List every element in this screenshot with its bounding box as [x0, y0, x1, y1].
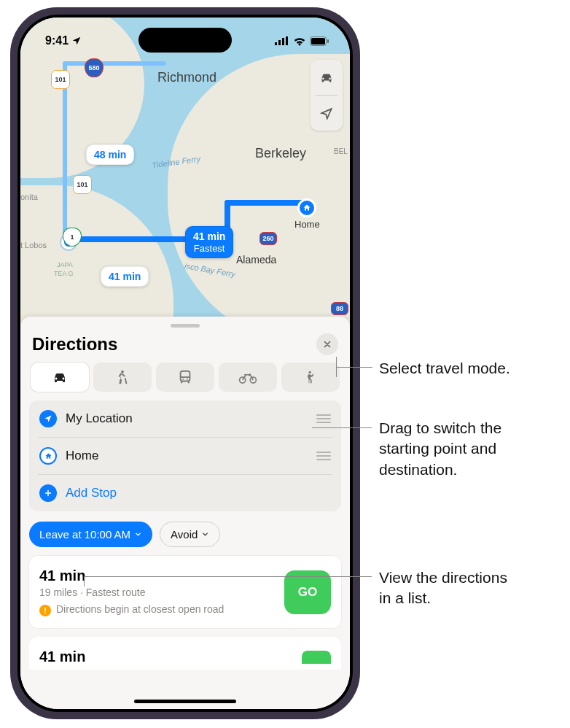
directions-sheet[interactable]: Directions	[20, 317, 350, 709]
hail-icon	[303, 369, 318, 385]
avoid-pill[interactable]: Avoid	[160, 522, 220, 547]
travel-mode-picker	[29, 363, 341, 400]
city-berkeley: Berkeley	[255, 146, 306, 161]
callout-travel-mode: Select travel mode.	[379, 358, 510, 379]
svg-rect-5	[311, 38, 325, 44]
close-icon	[323, 340, 332, 349]
stop-origin-row[interactable]: My Location	[38, 400, 332, 437]
route-stops-card: My Location Home Add Sto	[29, 400, 341, 511]
svg-rect-8	[181, 371, 190, 382]
location-services-icon	[71, 36, 82, 46]
route-result-card-2[interactable]: 41 min	[29, 637, 341, 670]
chevron-down-icon	[201, 530, 209, 538]
svg-point-7	[121, 371, 124, 373]
chevron-down-icon	[134, 530, 142, 538]
car-icon	[319, 69, 335, 85]
mode-drive[interactable]	[31, 363, 89, 392]
status-time: 9:41	[45, 34, 69, 47]
map-view[interactable]: Home 48 min 41 min 41 min Fastest 101 58…	[20, 18, 350, 324]
route-primary-tag: Fastest	[193, 243, 225, 255]
stop-dest-row[interactable]: Home	[38, 437, 332, 474]
warning-icon	[39, 605, 51, 616]
go-button-peek[interactable]	[302, 651, 331, 664]
add-stop-row[interactable]: Add Stop	[38, 474, 332, 511]
battery-icon	[310, 36, 329, 46]
route-alt-badge-1[interactable]: 48 min	[86, 144, 134, 165]
cellular-icon	[275, 36, 289, 45]
city-richmond: Richmond	[157, 70, 216, 85]
plus-icon	[44, 489, 52, 497]
destination-icon	[39, 447, 57, 465]
svg-rect-3	[286, 36, 288, 45]
page-title: Directions	[32, 334, 117, 355]
bike-icon	[238, 369, 257, 385]
walk-icon	[114, 369, 130, 385]
route-alt-badge-2[interactable]: 41 min	[101, 266, 149, 287]
avoid-label: Avoid	[171, 528, 198, 541]
svg-rect-0	[275, 42, 277, 45]
mode-bike[interactable]	[219, 363, 277, 392]
depart-time-pill[interactable]: Leave at 10:00 AM	[29, 522, 152, 547]
result-time-2: 41 min	[39, 648, 85, 665]
tracking-button[interactable]	[311, 96, 343, 131]
route-result-card[interactable]: 41 min 19 miles · Fastest route Directio…	[29, 556, 341, 628]
route-options: Leave at 10:00 AM Avoid	[29, 511, 341, 556]
location-arrow-icon	[319, 106, 334, 120]
label-tea: TEA G	[54, 270, 74, 277]
svg-rect-1	[278, 40, 281, 45]
route-primary-time: 41 min	[193, 231, 225, 242]
destination-pin: Home	[294, 198, 320, 230]
svg-point-10	[182, 379, 184, 380]
car-icon	[51, 368, 69, 386]
label-bel: BEL	[334, 147, 348, 155]
svg-point-14	[309, 371, 311, 373]
map-controls	[311, 60, 343, 131]
map-mode-button[interactable]	[311, 60, 343, 95]
reorder-handle[interactable]	[316, 414, 331, 423]
wifi-icon	[293, 36, 306, 46]
origin-label: My Location	[66, 411, 308, 426]
home-icon	[44, 452, 52, 460]
shield-101b: 101	[73, 175, 92, 194]
add-stop-label: Add Stop	[66, 486, 331, 500]
sheet-grabber[interactable]	[171, 324, 200, 328]
home-indicator[interactable]	[134, 700, 236, 703]
label-lobos: t Lobos	[20, 241, 47, 249]
svg-rect-2	[282, 38, 284, 45]
location-arrow-icon	[44, 414, 52, 423]
label-bonita: onita	[20, 193, 38, 201]
svg-rect-6	[327, 39, 329, 43]
add-icon	[39, 484, 57, 502]
city-alameda: Alameda	[236, 254, 276, 266]
callout-drag: Drag to switch the starting point and de…	[379, 418, 501, 480]
go-label: GO	[298, 585, 317, 600]
depart-time-label: Leave at 10:00 AM	[39, 528, 130, 541]
result-subtitle: 19 miles · Fastest route	[39, 586, 274, 598]
transit-icon	[177, 369, 193, 385]
reorder-handle[interactable]	[316, 452, 331, 460]
shield-880: 88	[331, 302, 348, 315]
callout-list: View the directions in a list.	[379, 568, 507, 609]
shield-101a: 101	[51, 70, 70, 89]
destination-label: Home	[294, 219, 320, 230]
svg-point-11	[187, 379, 188, 380]
mode-rideshare[interactable]	[281, 363, 340, 392]
origin-icon	[39, 410, 57, 427]
shield-260: 260	[259, 232, 277, 245]
route-primary-badge[interactable]: 41 min Fastest	[185, 226, 233, 258]
phone-notch	[138, 28, 232, 53]
mode-walk[interactable]	[93, 363, 152, 392]
result-warning: Directions begin at closest open road	[56, 603, 224, 615]
close-button[interactable]	[316, 333, 338, 355]
label-japa: JAPA	[57, 261, 73, 268]
destination-label: Home	[66, 449, 308, 463]
shield-580: 580	[85, 58, 104, 77]
mode-transit[interactable]	[156, 363, 214, 392]
